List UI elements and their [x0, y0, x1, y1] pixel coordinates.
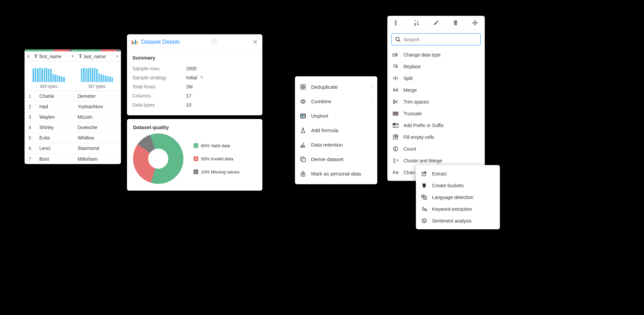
table-row[interactable]: 1CharlieDemeter — [25, 91, 121, 102]
chevron-down-icon: ▼ — [71, 54, 75, 58]
swatch-icon: ✓ — [194, 169, 198, 174]
brand-bars-icon — [132, 40, 138, 44]
svg-rect-9 — [301, 173, 305, 176]
chart-legend: ✓60% Valid data ✕30% Invalid data ✓10% M… — [194, 143, 240, 174]
table-row[interactable]: 6LenciStairmond — [25, 143, 121, 154]
quality-bar-row — [25, 49, 121, 51]
search-icon — [395, 37, 401, 42]
svg-point-14 — [393, 100, 395, 101]
table-body: 1CharlieDemeter 2HadYushachkov 3WaylenMi… — [25, 91, 121, 164]
submenu-sentiment-analysis[interactable]: Sentiment analysis — [416, 215, 500, 227]
svg-point-27 — [425, 220, 425, 221]
kv-sample-rows: Sample rows2000 — [132, 64, 257, 73]
sort-za-icon[interactable] — [413, 20, 421, 26]
transform-trim[interactable]: Trim spaces — [387, 96, 485, 108]
table-row[interactable]: 4ShirleyDuetsche — [25, 122, 121, 133]
search-input[interactable] — [403, 37, 477, 42]
table-row[interactable]: 5EvitaWhitlow — [25, 133, 121, 143]
fill-icon — [392, 134, 399, 140]
transform-change-data-type[interactable]: Change data type — [387, 49, 485, 61]
svg-point-26 — [423, 220, 424, 221]
svg-rect-8 — [302, 158, 305, 162]
menu-personal-data[interactable]: Mark as personal data — [295, 166, 377, 181]
table-row[interactable]: 3WaylenMizzen — [25, 112, 121, 122]
lock-icon — [300, 171, 306, 177]
truncate-icon — [392, 112, 399, 116]
svg-rect-18 — [393, 123, 395, 125]
table-row[interactable]: 7BootMilkeham — [25, 154, 121, 164]
scissors-icon — [392, 99, 399, 105]
panel-header: Dataset Details ? ✕ — [127, 34, 262, 50]
transform-count[interactable]: Count — [387, 143, 485, 155]
col-name: last_name — [84, 54, 106, 59]
transform-toolbar — [387, 16, 485, 30]
legend-valid: ✓60% Valid data — [194, 143, 240, 148]
search-box[interactable] — [391, 33, 481, 45]
svg-rect-0 — [301, 85, 303, 87]
index-header: # — [25, 54, 32, 59]
svg-point-2 — [301, 87, 303, 89]
menu-add-formula[interactable]: Add formula — [295, 123, 377, 137]
svg-point-24 — [425, 209, 426, 211]
panel-title: Dataset Details — [141, 39, 180, 45]
sparkline-last-name: 387 types — [73, 62, 121, 91]
kv-columns: Columns17 — [132, 91, 257, 100]
count-icon — [392, 146, 399, 152]
svg-point-15 — [393, 102, 395, 104]
menu-deduplicate[interactable]: Deduplicate› — [295, 80, 377, 94]
data-table-panel: # T first_name ▼ T last_name ▼ 400 types… — [25, 49, 121, 164]
dataset-details-panel: Dataset Details ? ✕ Summary Sample rows2… — [127, 34, 262, 115]
transform-fill-empty[interactable]: Fill empty cells — [387, 131, 485, 143]
svg-rect-1 — [303, 85, 305, 87]
combine-icon — [300, 99, 306, 105]
col-header-first-name[interactable]: T first_name ▼ — [32, 54, 77, 59]
menu-derive-dataset[interactable]: Derive dataset — [295, 152, 377, 166]
submenu-language-detection[interactable]: Language detection — [416, 191, 500, 203]
svg-point-13 — [394, 65, 396, 67]
datatype-icon — [392, 52, 399, 57]
keyword-icon — [421, 206, 427, 212]
move-icon[interactable] — [471, 20, 479, 26]
transform-replace[interactable]: Replace — [387, 61, 485, 72]
menu-combine[interactable]: Combine› — [295, 94, 377, 109]
language-icon — [421, 194, 427, 200]
edit-icon[interactable]: ✎ — [200, 75, 204, 80]
legend-missing: ✓10% Missing values — [194, 169, 240, 174]
table-header-row: # T first_name ▼ T last_name ▼ — [25, 51, 121, 62]
col-header-last-name[interactable]: T last_name ▼ — [77, 54, 121, 59]
submenu-create-buckets[interactable]: Create buckets — [416, 180, 500, 191]
broom-icon — [300, 142, 306, 148]
table-row[interactable]: 2HadYushachkov — [25, 102, 121, 112]
svg-point-11 — [396, 37, 399, 41]
transform-truncate[interactable]: Truncate — [387, 108, 485, 119]
unpivot-icon — [300, 113, 306, 119]
deduplicate-icon — [300, 84, 306, 90]
donut-chart — [123, 124, 194, 194]
close-icon[interactable]: ✕ — [253, 38, 258, 46]
prefix-icon — [392, 123, 399, 128]
flask-icon — [300, 127, 306, 133]
transform-cluster-merge[interactable]: Cluster and Merge — [387, 155, 485, 166]
svg-point-25 — [422, 219, 426, 223]
smiley-icon — [421, 218, 427, 224]
case-icon: Aɑ — [392, 170, 399, 175]
trash-icon[interactable] — [452, 20, 460, 26]
sort-az-icon[interactable] — [393, 20, 401, 26]
menu-data-retention[interactable]: Data retention — [295, 137, 377, 152]
text-type-icon: T — [79, 54, 82, 59]
cluster-icon — [392, 158, 399, 163]
svg-rect-12 — [393, 54, 395, 56]
submenu-extract[interactable]: Extract — [416, 168, 500, 180]
col-name: first_name — [39, 54, 61, 59]
svg-point-10 — [303, 174, 304, 175]
submenu-keyword-extraction[interactable]: Keyword extraction — [416, 203, 500, 215]
transform-merge[interactable]: Merge — [387, 84, 485, 96]
legend-invalid: ✕30% Invalid data — [194, 156, 240, 161]
transform-split[interactable]: Split — [387, 72, 485, 84]
edit-icon[interactable] — [432, 20, 440, 26]
operations-menu: Deduplicate› Combine› Unpivot Add formul… — [295, 76, 377, 184]
help-icon[interactable]: ? — [211, 39, 217, 45]
transform-prefix-suffix[interactable]: Add Prefix or Suffix — [387, 119, 485, 131]
qbar-first-name — [25, 49, 73, 51]
menu-unpivot[interactable]: Unpivot — [295, 109, 377, 123]
